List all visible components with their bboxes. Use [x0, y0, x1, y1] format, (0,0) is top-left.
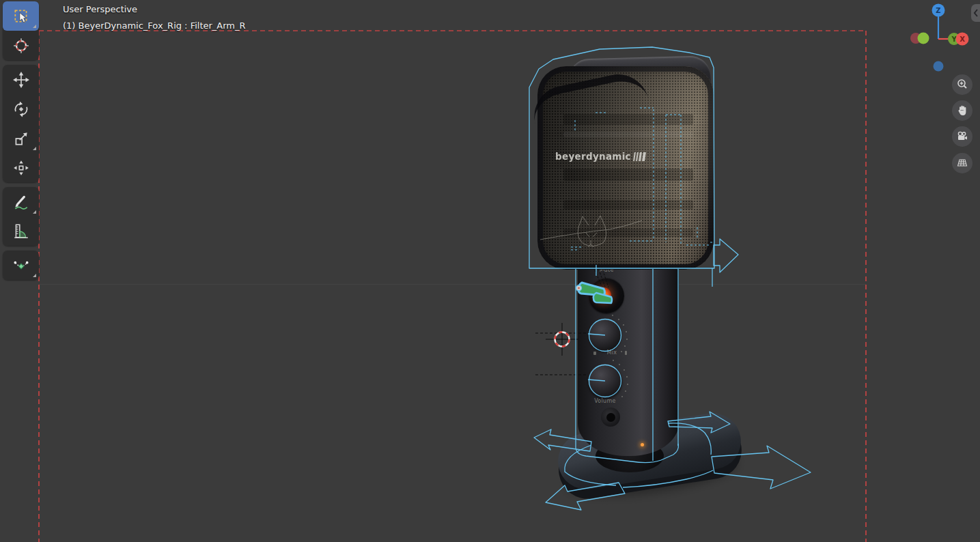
tool-move[interactable]	[3, 65, 39, 94]
tool-annotate[interactable]	[3, 187, 39, 216]
axis-neg-y-ball[interactable]	[918, 33, 929, 44]
axis-neg-z-ball[interactable]	[934, 61, 944, 72]
subtool-indicator	[33, 210, 36, 214]
brand-bars-icon	[633, 152, 646, 161]
tool-cursor[interactable]	[3, 31, 39, 60]
axis-z-ball[interactable]: Z	[932, 4, 945, 17]
select-box-icon	[12, 8, 30, 25]
volume-label: Volume	[589, 398, 621, 404]
mic-volume-knob[interactable]	[588, 364, 622, 398]
tool-measure[interactable]	[3, 216, 39, 246]
brand-logo: beyerdynamic	[555, 151, 645, 162]
rotate-icon	[12, 100, 30, 118]
tool-scale[interactable]	[3, 124, 39, 153]
axis-x-ball[interactable]: X	[956, 33, 969, 46]
camera-view-button[interactable]	[952, 126, 972, 147]
annotate-icon	[12, 193, 30, 211]
grid-toggle-button[interactable]	[952, 153, 972, 173]
active-object-label: (1) BeyerDynamic_Fox_Rig : Filter_Arm_R	[63, 20, 246, 31]
tool-pose-breakdowner[interactable]	[3, 251, 39, 280]
blender-3d-viewport: Mute Mix Volume beyerdynamic	[0, 0, 980, 542]
scale-icon	[12, 130, 30, 147]
transform-icon	[12, 159, 30, 177]
hand-icon	[956, 104, 968, 117]
mix-label: Mix	[600, 350, 624, 356]
mute-led-glow	[596, 287, 611, 302]
zoom-button[interactable]	[952, 74, 972, 95]
headphone-jack	[601, 408, 620, 427]
chevron-left-icon	[972, 8, 979, 18]
tool-rotate[interactable]	[3, 94, 39, 124]
jack-hole	[606, 413, 615, 422]
tool-select-box[interactable]	[3, 1, 39, 31]
svg-text:Z: Z	[936, 7, 940, 14]
sidebar-toggle-tab[interactable]	[971, 4, 980, 22]
move-icon	[12, 71, 30, 89]
view-perspective-label: User Perspective	[63, 4, 137, 14]
pose-breakdowner-icon	[12, 257, 30, 274]
grid-horizon-line	[39, 284, 866, 285]
pop-filter[interactable]: beyerdynamic	[537, 66, 714, 270]
subtool-indicator	[33, 147, 36, 150]
pan-button[interactable]	[952, 100, 972, 121]
camera-icon	[956, 130, 968, 143]
subtool-indicator	[33, 25, 36, 28]
tool-column	[3, 1, 39, 285]
viewport-scene[interactable]: Mute Mix Volume beyerdynamic	[0, 0, 980, 542]
mic-mix-knob[interactable]	[589, 319, 621, 351]
power-led	[641, 443, 644, 446]
zoom-icon	[956, 79, 968, 91]
axis-gizmo[interactable]: Y X Z	[905, 0, 980, 79]
grid-icon	[956, 157, 968, 169]
cursor-tool-icon	[12, 37, 30, 55]
mic-mute-button[interactable]	[589, 278, 624, 313]
svg-text:X: X	[960, 35, 965, 43]
tool-transform[interactable]	[3, 153, 39, 182]
brand-text: beyerdynamic	[555, 151, 631, 162]
subtool-indicator	[33, 274, 36, 277]
measure-icon	[12, 223, 30, 240]
